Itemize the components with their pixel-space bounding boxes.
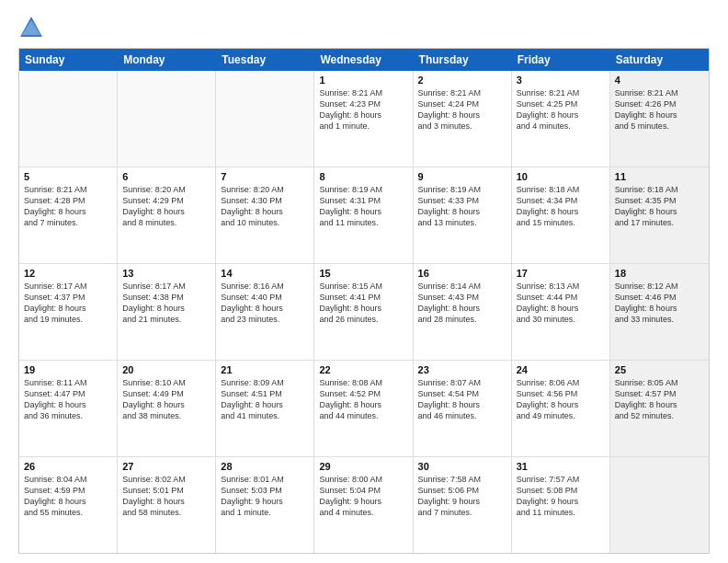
calendar-cell: [19, 71, 118, 167]
day-number: 14: [221, 268, 309, 279]
calendar-cell: 31Sunrise: 7:57 AM Sunset: 5:08 PM Dayli…: [512, 457, 610, 553]
calendar-row-5: 26Sunrise: 8:04 AM Sunset: 4:59 PM Dayli…: [19, 457, 709, 553]
weekday-header-thursday: Thursday: [414, 49, 512, 71]
calendar: SundayMondayTuesdayWednesdayThursdayFrid…: [18, 48, 710, 554]
day-number: 1: [319, 75, 407, 86]
cell-info: Sunrise: 8:20 AM Sunset: 4:29 PM Dayligh…: [122, 184, 210, 229]
cell-info: Sunrise: 8:21 AM Sunset: 4:25 PM Dayligh…: [517, 87, 605, 132]
cell-info: Sunrise: 7:57 AM Sunset: 5:08 PM Dayligh…: [517, 474, 605, 519]
calendar-cell: 15Sunrise: 8:15 AM Sunset: 4:41 PM Dayli…: [314, 264, 413, 360]
day-number: 29: [319, 461, 407, 472]
weekday-header-monday: Monday: [118, 49, 216, 71]
cell-info: Sunrise: 8:16 AM Sunset: 4:40 PM Dayligh…: [221, 281, 309, 326]
cell-info: Sunrise: 7:58 AM Sunset: 5:06 PM Dayligh…: [418, 474, 506, 519]
calendar-cell: 16Sunrise: 8:14 AM Sunset: 4:43 PM Dayli…: [414, 264, 512, 360]
day-number: 20: [122, 364, 210, 375]
calendar-cell: 9Sunrise: 8:19 AM Sunset: 4:33 PM Daylig…: [414, 167, 512, 263]
cell-info: Sunrise: 8:21 AM Sunset: 4:23 PM Dayligh…: [319, 87, 407, 132]
cell-info: Sunrise: 8:02 AM Sunset: 5:01 PM Dayligh…: [122, 474, 210, 519]
calendar-row-3: 12Sunrise: 8:17 AM Sunset: 4:37 PM Dayli…: [19, 264, 709, 361]
calendar-cell: 21Sunrise: 8:09 AM Sunset: 4:51 PM Dayli…: [216, 361, 314, 456]
cell-info: Sunrise: 8:21 AM Sunset: 4:24 PM Dayligh…: [418, 87, 506, 132]
calendar-cell: [610, 457, 709, 553]
calendar-cell: 24Sunrise: 8:06 AM Sunset: 4:56 PM Dayli…: [512, 361, 610, 456]
calendar-cell: 19Sunrise: 8:11 AM Sunset: 4:47 PM Dayli…: [19, 361, 118, 456]
calendar-row-1: 1Sunrise: 8:21 AM Sunset: 4:23 PM Daylig…: [19, 71, 709, 167]
calendar-cell: 12Sunrise: 8:17 AM Sunset: 4:37 PM Dayli…: [19, 264, 118, 360]
calendar-cell: 30Sunrise: 7:58 AM Sunset: 5:06 PM Dayli…: [414, 457, 512, 553]
day-number: 16: [418, 268, 506, 279]
calendar-cell: 6Sunrise: 8:20 AM Sunset: 4:29 PM Daylig…: [118, 167, 216, 263]
day-number: 7: [221, 171, 309, 182]
calendar-body: 1Sunrise: 8:21 AM Sunset: 4:23 PM Daylig…: [19, 71, 709, 553]
day-number: 11: [615, 171, 704, 182]
cell-info: Sunrise: 8:00 AM Sunset: 5:04 PM Dayligh…: [319, 474, 407, 519]
calendar-cell: 3Sunrise: 8:21 AM Sunset: 4:25 PM Daylig…: [512, 71, 610, 167]
cell-info: Sunrise: 8:05 AM Sunset: 4:57 PM Dayligh…: [615, 377, 704, 422]
cell-info: Sunrise: 8:17 AM Sunset: 4:37 PM Dayligh…: [24, 281, 112, 326]
calendar-cell: [216, 71, 314, 167]
cell-info: Sunrise: 8:01 AM Sunset: 5:03 PM Dayligh…: [221, 474, 309, 519]
cell-info: Sunrise: 8:15 AM Sunset: 4:41 PM Dayligh…: [319, 281, 407, 326]
day-number: 6: [122, 171, 210, 182]
cell-info: Sunrise: 8:11 AM Sunset: 4:47 PM Dayligh…: [24, 377, 112, 422]
day-number: 24: [517, 364, 605, 375]
cell-info: Sunrise: 8:21 AM Sunset: 4:28 PM Dayligh…: [24, 184, 112, 229]
calendar-cell: 1Sunrise: 8:21 AM Sunset: 4:23 PM Daylig…: [314, 71, 413, 167]
calendar-cell: 18Sunrise: 8:12 AM Sunset: 4:46 PM Dayli…: [610, 264, 709, 360]
cell-info: Sunrise: 8:04 AM Sunset: 4:59 PM Dayligh…: [24, 474, 112, 519]
calendar-row-2: 5Sunrise: 8:21 AM Sunset: 4:28 PM Daylig…: [19, 167, 709, 264]
calendar-cell: 14Sunrise: 8:16 AM Sunset: 4:40 PM Dayli…: [216, 264, 314, 360]
calendar-header: SundayMondayTuesdayWednesdayThursdayFrid…: [19, 49, 709, 71]
calendar-cell: 23Sunrise: 8:07 AM Sunset: 4:54 PM Dayli…: [414, 361, 512, 456]
calendar-cell: [118, 71, 216, 167]
weekday-header-saturday: Saturday: [610, 49, 709, 71]
logo-icon: [18, 15, 44, 40]
day-number: 4: [615, 75, 704, 86]
day-number: 3: [517, 75, 605, 86]
day-number: 12: [24, 268, 112, 279]
cell-info: Sunrise: 8:12 AM Sunset: 4:46 PM Dayligh…: [615, 281, 704, 326]
day-number: 18: [615, 268, 704, 279]
calendar-cell: 8Sunrise: 8:19 AM Sunset: 4:31 PM Daylig…: [314, 167, 413, 263]
weekday-header-wednesday: Wednesday: [314, 49, 413, 71]
calendar-cell: 27Sunrise: 8:02 AM Sunset: 5:01 PM Dayli…: [118, 457, 216, 553]
calendar-cell: 17Sunrise: 8:13 AM Sunset: 4:44 PM Dayli…: [512, 264, 610, 360]
calendar-cell: 11Sunrise: 8:18 AM Sunset: 4:35 PM Dayli…: [610, 167, 709, 263]
calendar-cell: 10Sunrise: 8:18 AM Sunset: 4:34 PM Dayli…: [512, 167, 610, 263]
cell-info: Sunrise: 8:06 AM Sunset: 4:56 PM Dayligh…: [517, 377, 605, 422]
cell-info: Sunrise: 8:21 AM Sunset: 4:26 PM Dayligh…: [615, 87, 704, 132]
calendar-cell: 28Sunrise: 8:01 AM Sunset: 5:03 PM Dayli…: [216, 457, 314, 553]
cell-info: Sunrise: 8:18 AM Sunset: 4:35 PM Dayligh…: [615, 184, 704, 229]
calendar-cell: 5Sunrise: 8:21 AM Sunset: 4:28 PM Daylig…: [19, 167, 118, 263]
day-number: 8: [319, 171, 407, 182]
day-number: 23: [418, 364, 506, 375]
weekday-header-tuesday: Tuesday: [216, 49, 314, 71]
day-number: 13: [122, 268, 210, 279]
cell-info: Sunrise: 8:18 AM Sunset: 4:34 PM Dayligh…: [517, 184, 605, 229]
svg-marker-1: [22, 20, 40, 35]
day-number: 17: [517, 268, 605, 279]
calendar-cell: 2Sunrise: 8:21 AM Sunset: 4:24 PM Daylig…: [414, 71, 512, 167]
day-number: 10: [517, 171, 605, 182]
calendar-cell: 22Sunrise: 8:08 AM Sunset: 4:52 PM Dayli…: [314, 361, 413, 456]
cell-info: Sunrise: 8:19 AM Sunset: 4:33 PM Dayligh…: [418, 184, 506, 229]
day-number: 27: [122, 461, 210, 472]
cell-info: Sunrise: 8:19 AM Sunset: 4:31 PM Dayligh…: [319, 184, 407, 229]
calendar-cell: 4Sunrise: 8:21 AM Sunset: 4:26 PM Daylig…: [610, 71, 709, 167]
header: [18, 15, 710, 40]
calendar-cell: 20Sunrise: 8:10 AM Sunset: 4:49 PM Dayli…: [118, 361, 216, 456]
cell-info: Sunrise: 8:17 AM Sunset: 4:38 PM Dayligh…: [122, 281, 210, 326]
calendar-cell: 29Sunrise: 8:00 AM Sunset: 5:04 PM Dayli…: [314, 457, 413, 553]
cell-info: Sunrise: 8:09 AM Sunset: 4:51 PM Dayligh…: [221, 377, 309, 422]
day-number: 21: [221, 364, 309, 375]
day-number: 19: [24, 364, 112, 375]
calendar-cell: 26Sunrise: 8:04 AM Sunset: 4:59 PM Dayli…: [19, 457, 118, 553]
cell-info: Sunrise: 8:13 AM Sunset: 4:44 PM Dayligh…: [517, 281, 605, 326]
day-number: 28: [221, 461, 309, 472]
calendar-cell: 7Sunrise: 8:20 AM Sunset: 4:30 PM Daylig…: [216, 167, 314, 263]
day-number: 22: [319, 364, 407, 375]
calendar-row-4: 19Sunrise: 8:11 AM Sunset: 4:47 PM Dayli…: [19, 361, 709, 457]
weekday-header-sunday: Sunday: [19, 49, 118, 71]
day-number: 31: [517, 461, 605, 472]
